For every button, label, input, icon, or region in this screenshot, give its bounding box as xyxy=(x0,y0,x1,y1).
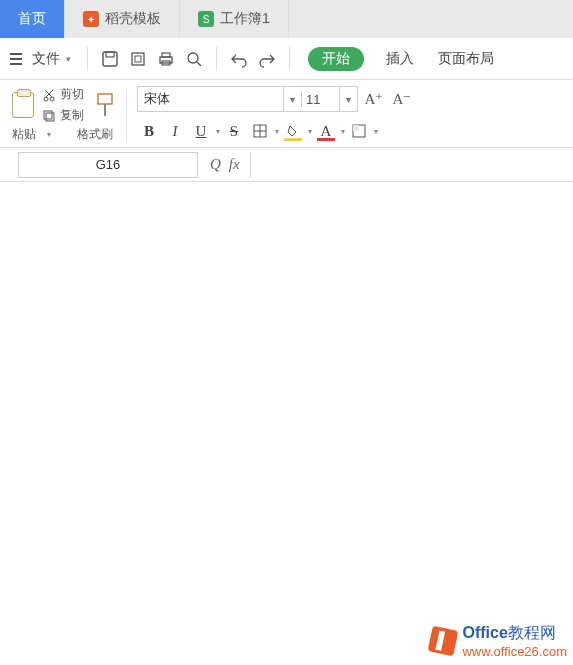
svg-line-12 xyxy=(45,90,52,97)
copy-button[interactable]: 复制 xyxy=(42,107,84,124)
svg-rect-1 xyxy=(106,52,114,57)
border-button[interactable] xyxy=(248,119,272,143)
divider xyxy=(289,47,290,71)
strikethrough-button[interactable]: S xyxy=(222,119,246,143)
print-preview-icon[interactable] xyxy=(126,47,150,71)
tab-docer-label: 稻壳模板 xyxy=(105,10,161,28)
cell-style-button[interactable] xyxy=(347,119,371,143)
chevron-down-icon[interactable]: ▾ xyxy=(374,127,378,136)
file-toolbar: 文件 ▾ 开始 插入 页面布局 xyxy=(0,38,573,80)
tab-docer[interactable]: ✦ 稻壳模板 xyxy=(65,0,180,38)
font-group: 宋体 ▾ 11 ▾ A⁺ A⁻ B I U▾ S ▾ ▾ A▾ ▾ xyxy=(131,84,420,147)
spreadsheet-icon: S xyxy=(198,11,214,27)
copy-icon xyxy=(42,109,56,123)
tab-home[interactable]: 首页 xyxy=(0,0,65,38)
file-menu[interactable]: 文件 xyxy=(30,50,62,68)
svg-rect-13 xyxy=(44,111,52,119)
font-color-button[interactable]: A xyxy=(314,119,338,143)
formula-bar: G16 Q fx xyxy=(0,148,573,182)
svg-rect-3 xyxy=(135,56,141,62)
clipboard-group: 剪切 复制 粘贴▾ x 格式刷 xyxy=(6,84,122,147)
watermark-brand: Office xyxy=(462,624,507,641)
divider xyxy=(216,47,217,71)
cut-label: 剪切 xyxy=(60,86,84,103)
bold-button[interactable]: B xyxy=(137,119,161,143)
font-size-value[interactable]: 11 xyxy=(301,92,339,107)
redo-icon[interactable] xyxy=(255,47,279,71)
divider xyxy=(87,47,88,71)
svg-point-10 xyxy=(50,97,54,101)
save-icon[interactable] xyxy=(98,47,122,71)
name-box[interactable]: G16 xyxy=(18,152,198,178)
svg-rect-14 xyxy=(46,113,54,121)
svg-rect-0 xyxy=(103,52,117,66)
chevron-down-icon[interactable]: ▾ xyxy=(275,127,279,136)
italic-button[interactable]: I xyxy=(163,119,187,143)
fill-color-button[interactable] xyxy=(281,119,305,143)
chevron-down-icon[interactable]: ▾ xyxy=(339,87,357,111)
watermark-url: www.office26.com xyxy=(462,644,567,659)
find-icon[interactable] xyxy=(182,47,206,71)
svg-line-8 xyxy=(197,62,201,66)
tab-home-label: 首页 xyxy=(18,10,46,28)
ribbon: 剪切 复制 粘贴▾ x 格式刷 宋体 ▾ 11 ▾ xyxy=(0,80,573,148)
office-logo-icon: ▌ xyxy=(428,626,459,657)
svg-rect-5 xyxy=(162,53,170,57)
svg-line-11 xyxy=(46,90,53,97)
tab-workbook-label: 工作簿1 xyxy=(220,10,270,28)
print-icon[interactable] xyxy=(154,47,178,71)
chevron-down-icon[interactable]: ▾ xyxy=(283,87,301,111)
paste-icon[interactable] xyxy=(12,92,34,118)
chevron-down-icon[interactable]: ▾ xyxy=(66,54,77,64)
chevron-down-icon[interactable]: ▾ xyxy=(341,127,345,136)
watermark-suffix: 教程网 xyxy=(508,624,556,641)
chevron-down-icon[interactable]: ▾ xyxy=(47,130,51,139)
format-painter-icon[interactable] xyxy=(94,92,116,118)
font-name-value: 宋体 xyxy=(138,90,283,108)
svg-rect-15 xyxy=(98,94,112,104)
ribbon-tab-start[interactable]: 开始 xyxy=(308,47,364,71)
menu-icon[interactable] xyxy=(6,53,26,65)
decrease-font-button[interactable]: A⁻ xyxy=(390,87,414,111)
chevron-down-icon[interactable]: ▾ xyxy=(216,127,220,136)
formula-input[interactable] xyxy=(250,152,573,178)
svg-rect-21 xyxy=(353,125,359,131)
chevron-down-icon[interactable]: ▾ xyxy=(308,127,312,136)
paste-label[interactable]: 粘贴 xyxy=(12,126,36,143)
svg-point-7 xyxy=(188,53,198,63)
docer-icon: ✦ xyxy=(83,11,99,27)
format-painter-label[interactable]: 格式刷 xyxy=(77,126,113,143)
cut-button[interactable]: 剪切 xyxy=(42,86,84,103)
svg-rect-2 xyxy=(132,53,144,65)
fx-icon[interactable]: fx xyxy=(225,156,244,173)
increase-font-button[interactable]: A⁺ xyxy=(362,87,386,111)
scissors-icon xyxy=(42,88,56,102)
underline-button[interactable]: U xyxy=(189,119,213,143)
name-box-value: G16 xyxy=(96,157,121,172)
ribbon-tab-insert[interactable]: 插入 xyxy=(376,50,424,68)
app-tabs: 首页 ✦ 稻壳模板 S 工作簿1 xyxy=(0,0,573,38)
watermark: ▌ Office教程网 www.office26.com xyxy=(430,623,567,659)
ribbon-tab-pagelayout[interactable]: 页面布局 xyxy=(428,50,504,68)
divider xyxy=(126,88,127,143)
tab-workbook[interactable]: S 工作簿1 xyxy=(180,0,289,38)
svg-point-9 xyxy=(44,97,48,101)
lookup-icon[interactable]: Q xyxy=(206,156,225,173)
copy-label: 复制 xyxy=(60,107,84,124)
undo-icon[interactable] xyxy=(227,47,251,71)
font-name-select[interactable]: 宋体 ▾ 11 ▾ xyxy=(137,86,358,112)
